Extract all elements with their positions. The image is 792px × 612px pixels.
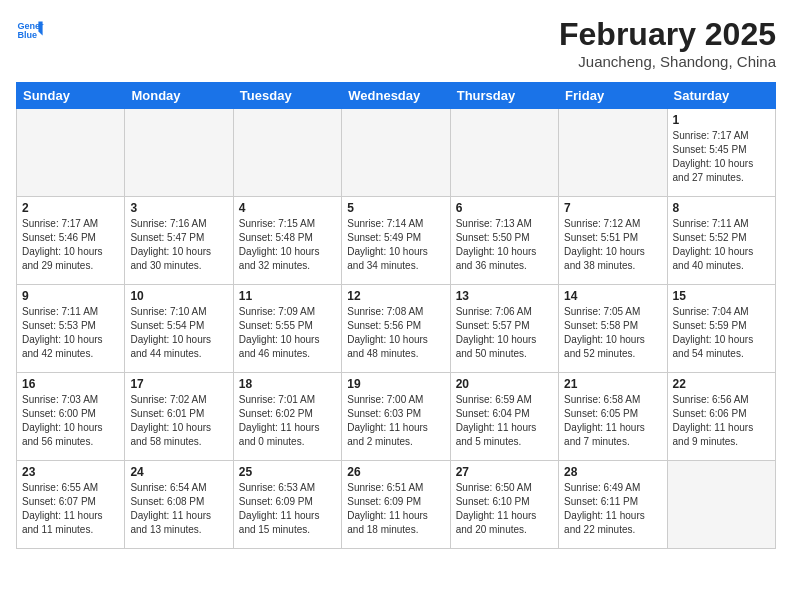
day-number: 24 bbox=[130, 465, 227, 479]
day-cell bbox=[667, 461, 775, 549]
day-info: Sunrise: 6:51 AM Sunset: 6:09 PM Dayligh… bbox=[347, 481, 444, 537]
day-number: 1 bbox=[673, 113, 770, 127]
day-info: Sunrise: 7:10 AM Sunset: 5:54 PM Dayligh… bbox=[130, 305, 227, 361]
day-info: Sunrise: 6:49 AM Sunset: 6:11 PM Dayligh… bbox=[564, 481, 661, 537]
day-number: 10 bbox=[130, 289, 227, 303]
svg-text:Blue: Blue bbox=[17, 30, 37, 40]
day-cell: 6Sunrise: 7:13 AM Sunset: 5:50 PM Daylig… bbox=[450, 197, 558, 285]
weekday-saturday: Saturday bbox=[667, 83, 775, 109]
day-cell: 3Sunrise: 7:16 AM Sunset: 5:47 PM Daylig… bbox=[125, 197, 233, 285]
day-cell: 7Sunrise: 7:12 AM Sunset: 5:51 PM Daylig… bbox=[559, 197, 667, 285]
day-cell: 2Sunrise: 7:17 AM Sunset: 5:46 PM Daylig… bbox=[17, 197, 125, 285]
day-number: 25 bbox=[239, 465, 336, 479]
day-info: Sunrise: 7:11 AM Sunset: 5:52 PM Dayligh… bbox=[673, 217, 770, 273]
day-cell: 25Sunrise: 6:53 AM Sunset: 6:09 PM Dayli… bbox=[233, 461, 341, 549]
weekday-header-row: SundayMondayTuesdayWednesdayThursdayFrid… bbox=[17, 83, 776, 109]
day-info: Sunrise: 7:17 AM Sunset: 5:45 PM Dayligh… bbox=[673, 129, 770, 185]
month-title: February 2025 bbox=[559, 16, 776, 53]
logo: General Blue bbox=[16, 16, 44, 44]
day-number: 28 bbox=[564, 465, 661, 479]
day-cell: 20Sunrise: 6:59 AM Sunset: 6:04 PM Dayli… bbox=[450, 373, 558, 461]
day-number: 14 bbox=[564, 289, 661, 303]
day-cell bbox=[342, 109, 450, 197]
day-cell bbox=[125, 109, 233, 197]
day-number: 20 bbox=[456, 377, 553, 391]
day-info: Sunrise: 7:14 AM Sunset: 5:49 PM Dayligh… bbox=[347, 217, 444, 273]
week-row-1: 1Sunrise: 7:17 AM Sunset: 5:45 PM Daylig… bbox=[17, 109, 776, 197]
day-info: Sunrise: 7:00 AM Sunset: 6:03 PM Dayligh… bbox=[347, 393, 444, 449]
day-number: 9 bbox=[22, 289, 119, 303]
day-cell: 26Sunrise: 6:51 AM Sunset: 6:09 PM Dayli… bbox=[342, 461, 450, 549]
day-number: 26 bbox=[347, 465, 444, 479]
day-cell: 23Sunrise: 6:55 AM Sunset: 6:07 PM Dayli… bbox=[17, 461, 125, 549]
day-info: Sunrise: 7:12 AM Sunset: 5:51 PM Dayligh… bbox=[564, 217, 661, 273]
day-cell: 5Sunrise: 7:14 AM Sunset: 5:49 PM Daylig… bbox=[342, 197, 450, 285]
day-number: 7 bbox=[564, 201, 661, 215]
day-cell: 28Sunrise: 6:49 AM Sunset: 6:11 PM Dayli… bbox=[559, 461, 667, 549]
day-cell: 12Sunrise: 7:08 AM Sunset: 5:56 PM Dayli… bbox=[342, 285, 450, 373]
day-number: 18 bbox=[239, 377, 336, 391]
day-number: 23 bbox=[22, 465, 119, 479]
day-cell: 19Sunrise: 7:00 AM Sunset: 6:03 PM Dayli… bbox=[342, 373, 450, 461]
day-number: 11 bbox=[239, 289, 336, 303]
day-number: 21 bbox=[564, 377, 661, 391]
week-row-5: 23Sunrise: 6:55 AM Sunset: 6:07 PM Dayli… bbox=[17, 461, 776, 549]
day-cell: 24Sunrise: 6:54 AM Sunset: 6:08 PM Dayli… bbox=[125, 461, 233, 549]
day-info: Sunrise: 7:15 AM Sunset: 5:48 PM Dayligh… bbox=[239, 217, 336, 273]
location: Juancheng, Shandong, China bbox=[559, 53, 776, 70]
day-info: Sunrise: 7:03 AM Sunset: 6:00 PM Dayligh… bbox=[22, 393, 119, 449]
weekday-tuesday: Tuesday bbox=[233, 83, 341, 109]
title-block: February 2025 Juancheng, Shandong, China bbox=[559, 16, 776, 70]
day-info: Sunrise: 7:16 AM Sunset: 5:47 PM Dayligh… bbox=[130, 217, 227, 273]
week-row-2: 2Sunrise: 7:17 AM Sunset: 5:46 PM Daylig… bbox=[17, 197, 776, 285]
day-cell: 14Sunrise: 7:05 AM Sunset: 5:58 PM Dayli… bbox=[559, 285, 667, 373]
day-number: 22 bbox=[673, 377, 770, 391]
day-cell: 4Sunrise: 7:15 AM Sunset: 5:48 PM Daylig… bbox=[233, 197, 341, 285]
day-cell bbox=[559, 109, 667, 197]
weekday-wednesday: Wednesday bbox=[342, 83, 450, 109]
day-info: Sunrise: 6:59 AM Sunset: 6:04 PM Dayligh… bbox=[456, 393, 553, 449]
day-cell: 11Sunrise: 7:09 AM Sunset: 5:55 PM Dayli… bbox=[233, 285, 341, 373]
svg-marker-2 bbox=[38, 22, 42, 36]
day-number: 15 bbox=[673, 289, 770, 303]
day-info: Sunrise: 6:53 AM Sunset: 6:09 PM Dayligh… bbox=[239, 481, 336, 537]
day-cell: 22Sunrise: 6:56 AM Sunset: 6:06 PM Dayli… bbox=[667, 373, 775, 461]
day-info: Sunrise: 7:06 AM Sunset: 5:57 PM Dayligh… bbox=[456, 305, 553, 361]
weekday-sunday: Sunday bbox=[17, 83, 125, 109]
day-number: 27 bbox=[456, 465, 553, 479]
day-number: 16 bbox=[22, 377, 119, 391]
weekday-thursday: Thursday bbox=[450, 83, 558, 109]
day-info: Sunrise: 7:09 AM Sunset: 5:55 PM Dayligh… bbox=[239, 305, 336, 361]
day-cell: 21Sunrise: 6:58 AM Sunset: 6:05 PM Dayli… bbox=[559, 373, 667, 461]
day-number: 17 bbox=[130, 377, 227, 391]
day-info: Sunrise: 7:05 AM Sunset: 5:58 PM Dayligh… bbox=[564, 305, 661, 361]
day-number: 4 bbox=[239, 201, 336, 215]
day-number: 19 bbox=[347, 377, 444, 391]
day-cell: 16Sunrise: 7:03 AM Sunset: 6:00 PM Dayli… bbox=[17, 373, 125, 461]
day-number: 13 bbox=[456, 289, 553, 303]
day-number: 8 bbox=[673, 201, 770, 215]
day-cell bbox=[17, 109, 125, 197]
day-cell: 8Sunrise: 7:11 AM Sunset: 5:52 PM Daylig… bbox=[667, 197, 775, 285]
day-info: Sunrise: 7:11 AM Sunset: 5:53 PM Dayligh… bbox=[22, 305, 119, 361]
day-info: Sunrise: 6:58 AM Sunset: 6:05 PM Dayligh… bbox=[564, 393, 661, 449]
day-number: 12 bbox=[347, 289, 444, 303]
day-cell: 17Sunrise: 7:02 AM Sunset: 6:01 PM Dayli… bbox=[125, 373, 233, 461]
day-info: Sunrise: 7:17 AM Sunset: 5:46 PM Dayligh… bbox=[22, 217, 119, 273]
day-cell: 15Sunrise: 7:04 AM Sunset: 5:59 PM Dayli… bbox=[667, 285, 775, 373]
logo-icon: General Blue bbox=[16, 16, 44, 44]
day-cell: 18Sunrise: 7:01 AM Sunset: 6:02 PM Dayli… bbox=[233, 373, 341, 461]
weekday-monday: Monday bbox=[125, 83, 233, 109]
day-cell: 1Sunrise: 7:17 AM Sunset: 5:45 PM Daylig… bbox=[667, 109, 775, 197]
day-info: Sunrise: 6:56 AM Sunset: 6:06 PM Dayligh… bbox=[673, 393, 770, 449]
day-cell bbox=[450, 109, 558, 197]
day-cell: 13Sunrise: 7:06 AM Sunset: 5:57 PM Dayli… bbox=[450, 285, 558, 373]
day-number: 6 bbox=[456, 201, 553, 215]
day-info: Sunrise: 7:13 AM Sunset: 5:50 PM Dayligh… bbox=[456, 217, 553, 273]
day-cell: 10Sunrise: 7:10 AM Sunset: 5:54 PM Dayli… bbox=[125, 285, 233, 373]
day-info: Sunrise: 7:01 AM Sunset: 6:02 PM Dayligh… bbox=[239, 393, 336, 449]
page-header: General Blue February 2025 Juancheng, Sh… bbox=[16, 16, 776, 70]
week-row-4: 16Sunrise: 7:03 AM Sunset: 6:00 PM Dayli… bbox=[17, 373, 776, 461]
calendar-table: SundayMondayTuesdayWednesdayThursdayFrid… bbox=[16, 82, 776, 549]
day-info: Sunrise: 6:55 AM Sunset: 6:07 PM Dayligh… bbox=[22, 481, 119, 537]
